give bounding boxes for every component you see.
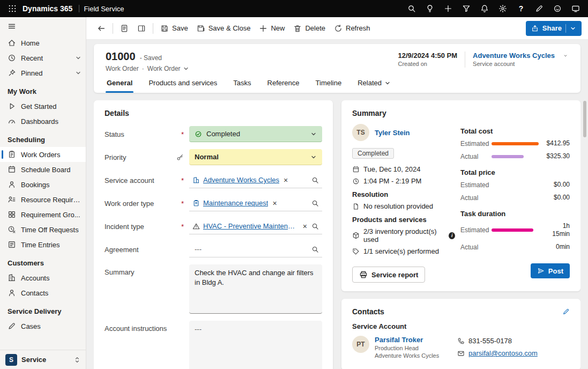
edit-pencil-icon[interactable] (562, 308, 570, 315)
device-monitor-icon[interactable] (567, 0, 585, 17)
tab-timeline[interactable]: Timeline (315, 79, 343, 93)
quick-create-icon[interactable] (439, 0, 457, 17)
chevron-down-icon[interactable] (75, 70, 81, 76)
form-selector[interactable]: Work Order (147, 65, 189, 72)
owner-avatar[interactable]: TS (352, 124, 369, 141)
save-and-close-button[interactable]: Save & Close (192, 20, 255, 36)
scrollbar-thumb[interactable] (583, 101, 586, 137)
save-icon (160, 24, 169, 33)
service-account-lookup[interactable]: Adventure Works Cycles × (189, 172, 322, 188)
chip-dismiss-icon[interactable]: × (271, 200, 278, 207)
side-pane-button[interactable] (133, 20, 150, 36)
chevron-up-down-icon[interactable] (74, 357, 80, 363)
sidebar-item-bookings[interactable]: Bookings (0, 177, 86, 192)
sidebar-toggle-icon[interactable] (0, 17, 86, 35)
sidebar-item-recent[interactable]: Recent (0, 50, 86, 65)
contact-phone-row: 831-555-0178 (457, 337, 570, 345)
sidebar-item-resource-requirements[interactable]: Resource Require... (0, 192, 86, 207)
sidebar-section-scheduling: Scheduling (0, 129, 86, 147)
share-button[interactable]: Share (526, 21, 582, 36)
help-icon[interactable]: ? (512, 0, 530, 17)
sidebar-item-dashboards[interactable]: Dashboards (0, 114, 86, 129)
scheduled-date-row: Tue, Dec 10, 2024 (352, 165, 455, 173)
contact-avatar[interactable]: PT (352, 336, 369, 353)
sidebar-item-requirement-groups[interactable]: Requirement Gro... (0, 207, 86, 222)
tab-products-and-services[interactable]: Products and services (147, 79, 218, 93)
delete-button[interactable]: Delete (289, 20, 330, 36)
bell-icon[interactable] (475, 0, 494, 17)
chevron-down-icon[interactable] (570, 25, 576, 32)
agreement-lookup[interactable]: --- (189, 241, 322, 257)
header-collapse-chevron-icon[interactable] (562, 51, 569, 58)
filter-icon[interactable] (457, 0, 475, 17)
sidebar-item-work-orders[interactable]: Work Orders (0, 147, 86, 162)
lookup-search-icon[interactable] (311, 200, 319, 207)
service-account-chip[interactable]: Adventure Works Cycles × (192, 176, 289, 184)
back-button[interactable] (93, 20, 110, 36)
chevron-down-icon[interactable] (75, 55, 81, 61)
tab-related[interactable]: Related (356, 79, 392, 93)
lookup-search-icon[interactable] (311, 223, 319, 230)
feedback-pencil-icon[interactable] (530, 0, 548, 17)
sidebar-item-get-started[interactable]: Get Started (0, 99, 86, 114)
chevron-down-icon[interactable] (310, 131, 317, 137)
service-report-button[interactable]: Service report (352, 267, 425, 283)
service-account-link[interactable]: Adventure Works Cycles (473, 51, 555, 60)
incident-type-lookup[interactable]: HVAC - Preventive Maintenance × (189, 218, 322, 234)
account-instructions-textarea[interactable]: --- (189, 321, 322, 369)
app-launcher-icon[interactable] (3, 0, 21, 17)
cube-icon (352, 232, 360, 239)
contact-name-link[interactable]: Parsifal Troker (375, 336, 452, 344)
refresh-button[interactable]: Refresh (330, 20, 375, 36)
sidebar-item-accounts[interactable]: Accounts (0, 270, 86, 285)
status-select[interactable]: Completed (189, 126, 322, 142)
form-selector-button[interactable] (116, 20, 133, 36)
chip-dismiss-icon[interactable]: × (302, 223, 308, 230)
sidebar-item-time-entries[interactable]: Time Entries (0, 237, 86, 252)
owner-name-link[interactable]: Tyler Stein (375, 129, 410, 137)
sidebar-item-time-off-requests[interactable]: Time Off Requests (0, 222, 86, 237)
lookup-search-icon[interactable] (311, 176, 319, 184)
brand-title[interactable]: Dynamics 365 (23, 4, 72, 13)
chevron-down-icon[interactable] (310, 154, 317, 160)
sidebar-item-cases[interactable]: Cases (0, 319, 86, 334)
tab-general[interactable]: General (106, 79, 133, 93)
account-instructions-field: Account instructions --- (105, 321, 322, 369)
contact-company: Adventure Works Cycles (375, 352, 452, 359)
save-close-icon (197, 24, 205, 33)
details-card: Details Status* Completed (94, 100, 333, 369)
app-name[interactable]: Field Service (84, 5, 124, 13)
sidebar-item-pinned[interactable]: Pinned (0, 65, 86, 80)
work-order-type-chip[interactable]: Maintenance request × (192, 199, 278, 207)
lightbulb-icon[interactable] (421, 0, 439, 17)
work-order-type-lookup[interactable]: Maintenance request × (189, 195, 322, 211)
inventory-products-row: 2/3 inventory product(s) used i (352, 227, 455, 243)
sidebar-item-home[interactable]: Home (0, 35, 86, 50)
summary-textarea[interactable]: Check the HVAC and change air filters in… (189, 264, 322, 314)
commandbar-divider (153, 23, 153, 34)
plus-icon (259, 24, 267, 33)
area-switcher[interactable]: S Service (0, 350, 86, 369)
contact-phone[interactable]: 831-555-0178 (468, 337, 512, 345)
smiley-icon[interactable] (548, 0, 567, 17)
sidebar-item-contacts[interactable]: Contacts (0, 285, 86, 300)
save-button[interactable]: Save (156, 20, 192, 36)
sidebar-item-schedule-board[interactable]: Schedule Board (0, 162, 86, 177)
tab-reference[interactable]: Reference (266, 79, 301, 93)
tab-tasks[interactable]: Tasks (232, 79, 252, 93)
back-arrow-icon (97, 24, 106, 33)
vertical-scrollbar[interactable] (582, 99, 587, 367)
chip-dismiss-icon[interactable]: × (282, 176, 289, 184)
incident-type-chip[interactable]: HVAC - Preventive Maintenance × (192, 222, 308, 230)
new-button[interactable]: New (255, 20, 289, 36)
lookup-search-icon[interactable] (311, 246, 319, 253)
details-title: Details (105, 109, 322, 117)
contact-email-link[interactable]: parsifal@contoso.com (468, 349, 538, 357)
info-icon[interactable]: i (449, 232, 455, 239)
search-icon[interactable] (403, 0, 421, 17)
contact-list-item: PT Parsifal Troker Production Head Adven… (352, 336, 570, 361)
priority-select[interactable]: Normal (189, 149, 322, 165)
refresh-icon (334, 24, 343, 33)
post-button[interactable]: Post (531, 263, 570, 278)
gear-icon[interactable] (494, 0, 512, 17)
